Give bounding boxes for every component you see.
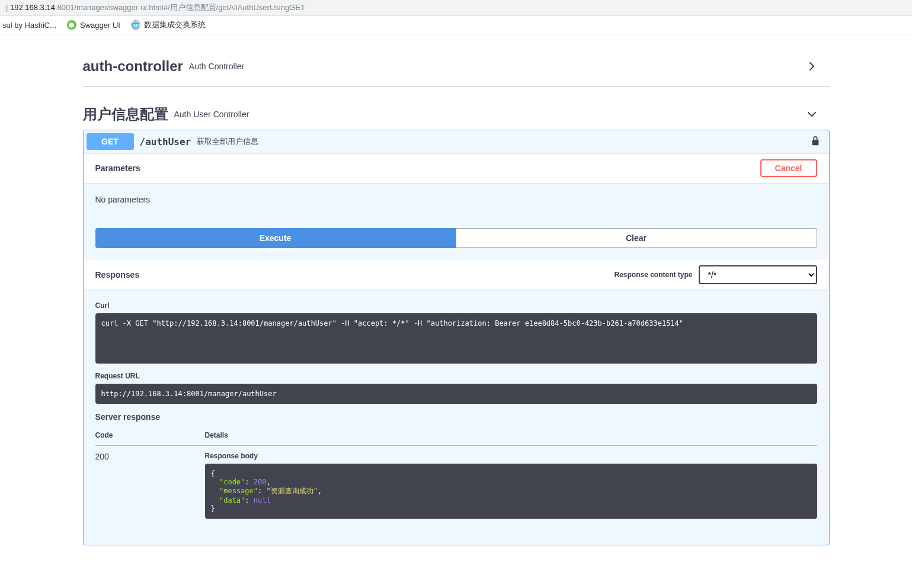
response-section: Curl curl -X GET "http://192.168.3.14:80… xyxy=(84,290,829,545)
controller-desc: Auth User Controller xyxy=(174,110,249,119)
responses-title: Responses xyxy=(95,270,140,279)
response-body-label: Response body xyxy=(205,452,817,460)
execute-wrapper: Execute Clear xyxy=(84,216,829,260)
response-body-json[interactable]: { "code": 200, "message": "资源查询成功", "dat… xyxy=(205,464,817,519)
operation-get-authuser: GET /authUser 获取全部用户信息 Parameters Cancel… xyxy=(83,130,830,545)
controller-name: 用户信息配置 xyxy=(83,105,168,124)
request-url-label: Request URL xyxy=(95,372,817,380)
cancel-button[interactable]: Cancel xyxy=(760,159,817,177)
controller-tag-header[interactable]: auth-controller Auth Controller xyxy=(83,52,830,81)
curl-label: Curl xyxy=(95,301,817,310)
request-url-value[interactable]: http://192.168.3.14:8001/manager/authUse… xyxy=(95,384,817,404)
operation-description: 获取全部用户信息 xyxy=(197,136,258,147)
chevron-down-icon xyxy=(806,108,818,120)
parameters-header: Parameters Cancel xyxy=(84,153,829,183)
bookmark-label: sul by HashiC... xyxy=(2,21,56,30)
parameters-title: Parameters xyxy=(95,163,140,173)
controller-desc: Auth Controller xyxy=(189,62,244,71)
bookmark-dataexchange[interactable]: 🌐 数据集成交换系统 xyxy=(131,20,206,30)
bookmark-consul[interactable]: sul by HashiC... xyxy=(2,21,56,30)
table-row: 200 Response body { "code": 200, "messag… xyxy=(95,446,817,534)
controller-authuser: 用户信息配置 Auth User Controller GET /authUse… xyxy=(83,93,830,560)
operation-path: /authUser xyxy=(134,136,197,147)
swagger-icon: ⬢ xyxy=(67,20,76,30)
bookmark-swagger[interactable]: ⬢ Swagger UI xyxy=(67,20,120,30)
bookmark-label: Swagger UI xyxy=(80,21,120,30)
no-parameters-text: No parameters xyxy=(84,183,829,216)
bookmarks-bar: sul by HashiC... ⬢ Swagger UI 🌐 数据集成交换系统 xyxy=(0,16,912,34)
swagger-container: auth-controller Auth Controller 用户信息配置 A… xyxy=(83,34,830,560)
content-type-select[interactable]: */* xyxy=(699,265,817,284)
chevron-right-icon xyxy=(806,60,818,72)
content-type-label: Response content type xyxy=(614,271,692,279)
execute-button[interactable]: Execute xyxy=(95,228,456,248)
globe-icon: 🌐 xyxy=(131,20,140,30)
curl-command[interactable]: curl -X GET "http://192.168.3.14:8001/ma… xyxy=(95,313,817,364)
url-host: 192.168.3.14 xyxy=(10,3,55,12)
controller-auth: auth-controller Auth Controller xyxy=(83,46,830,87)
clear-button[interactable]: Clear xyxy=(456,228,817,248)
controller-name: auth-controller xyxy=(83,58,183,75)
browser-address-bar[interactable]: | 192.168.3.14:8001/manager/swagger-ui.h… xyxy=(0,0,912,16)
response-table: Code Details 200 Response body { "code":… xyxy=(95,425,817,533)
response-code: 200 xyxy=(95,446,205,534)
method-badge: GET xyxy=(87,133,134,150)
operation-summary[interactable]: GET /authUser 获取全部用户信息 xyxy=(84,130,829,153)
url-path: :8001/manager/swagger-ui.html#/用户信息配置/ge… xyxy=(55,3,305,12)
operation-body: Parameters Cancel No parameters Execute … xyxy=(84,153,829,545)
server-response-label: Server response xyxy=(95,412,817,422)
bookmark-label: 数据集成交换系统 xyxy=(144,20,206,30)
lock-icon[interactable] xyxy=(811,136,826,148)
table-head-details: Details xyxy=(205,425,817,446)
table-head-code: Code xyxy=(95,425,205,446)
responses-header: Responses Response content type */* xyxy=(84,260,829,290)
controller-tag-header[interactable]: 用户信息配置 Auth User Controller xyxy=(83,99,830,130)
